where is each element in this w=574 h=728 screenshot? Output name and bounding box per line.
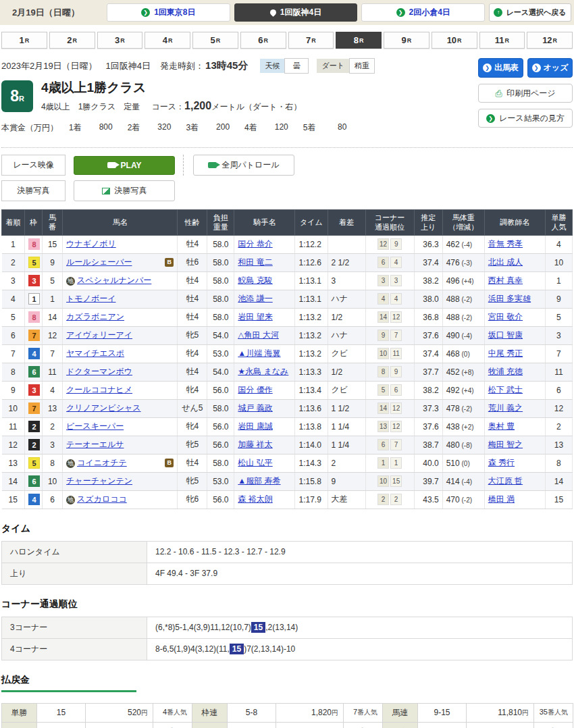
horse-number: 5: [43, 271, 63, 290]
trainer-name-link[interactable]: 宮田 敬介: [488, 312, 523, 321]
horse-name-link[interactable]: チャーチャンテン: [66, 476, 132, 486]
patrol-video-button[interactable]: 全周パトロール: [193, 155, 294, 176]
jockey-name-link[interactable]: 和田 竜二: [238, 257, 272, 267]
win-popularity: 3: [545, 326, 572, 344]
final-time-row: 上り 4F 49.4 - 3F 37.9: [2, 563, 573, 584]
trainer-name-link[interactable]: 奥村 豊: [488, 421, 515, 431]
race-tab-12r[interactable]: 12R: [527, 32, 573, 49]
race-tab-3r[interactable]: 3R: [97, 32, 143, 49]
sex-age: 牡4: [178, 290, 207, 308]
corner4-position: 1: [390, 457, 402, 469]
finish-time: 1:12.2: [295, 235, 328, 253]
jockey-name-link[interactable]: 池添 謙一: [238, 294, 272, 303]
race-date-meeting: 2023年2月19日（日曜） 1回阪神4日: [1, 60, 151, 72]
trainer-name-link[interactable]: 坂口 智康: [488, 330, 523, 340]
play-race-video-button[interactable]: PLAY: [74, 156, 175, 175]
jockey-name-link[interactable]: ★永島 まなみ: [238, 367, 288, 376]
prize-item: 2着320: [128, 122, 172, 134]
odds-button[interactable]: ❯ オッズ: [527, 58, 573, 78]
race-tab-number: 1: [20, 35, 24, 45]
horse-name-link[interactable]: ドクターマンボウ: [66, 367, 132, 376]
horse-name-link[interactable]: クールココナヒメ: [66, 385, 132, 394]
jockey-name-link[interactable]: 岩田 康誠: [238, 421, 272, 431]
margin: クビ: [328, 344, 365, 363]
horse-name-link[interactable]: スペシャルナンバー: [77, 276, 151, 285]
jockey-name-link[interactable]: 岩田 望来: [238, 312, 272, 321]
back-to-race-select-button[interactable]: ↑ レース選択へ戻る: [489, 3, 571, 22]
horse-name-link[interactable]: テーオーエルサ: [66, 440, 124, 449]
horse-name-link[interactable]: クリノアンビシャス: [66, 403, 141, 413]
trainer-name-link[interactable]: 音無 秀孝: [488, 239, 523, 249]
results-guide-button[interactable]: ❯ レース結果の見方: [478, 109, 573, 128]
trainer-cell: 坂口 智康: [484, 326, 545, 344]
meeting-tab[interactable]: ❯1回東京8日: [107, 3, 230, 22]
race-tab-7r[interactable]: 7R: [288, 32, 334, 49]
trainer-name-link[interactable]: 松下 武士: [488, 385, 523, 394]
meeting-tab[interactable]: 1回阪神4日: [234, 3, 358, 22]
race-tab-11r[interactable]: 11R: [479, 32, 525, 49]
corner-positions: 97: [365, 326, 414, 344]
jockey-name-link[interactable]: 加藤 祥太: [238, 440, 272, 449]
jockey-name-link[interactable]: 松山 弘平: [238, 458, 272, 467]
horse-name-link[interactable]: ヤマイチエスポ: [66, 348, 124, 358]
frame-cell: 8: [25, 235, 43, 253]
meeting-tab[interactable]: ❯2回小倉4日: [361, 3, 485, 22]
race-tab-suffix: R: [120, 37, 125, 44]
carried-weight: 58.0: [207, 399, 234, 417]
finish-photo-label: 決勝写真: [1, 180, 66, 201]
trainer-name-link[interactable]: 橋田 満: [488, 494, 515, 504]
trainer-name-link[interactable]: 大江原 哲: [488, 476, 523, 486]
horse-name-link[interactable]: ウナギノボリ: [66, 239, 116, 249]
print-page-button[interactable]: ⎙ 印刷用ページ: [478, 84, 573, 103]
trainer-name-link[interactable]: 牧浦 充徳: [488, 367, 523, 376]
horse-name-link[interactable]: ルールシェーバー: [66, 257, 132, 267]
jockey-name-link[interactable]: ▲川端 海翼: [238, 348, 280, 358]
jockey-name-link[interactable]: 鮫島 克駿: [238, 276, 272, 285]
back-to-race-select-label: レース選択へ戻る: [506, 7, 566, 18]
carried-weight: 56.0: [207, 436, 234, 454]
race-tab-10r[interactable]: 10R: [432, 32, 477, 49]
estimated-last3f: 38.2: [414, 381, 442, 399]
horse-name-link[interactable]: スズカロココ: [77, 494, 127, 504]
jockey-name-link[interactable]: 国分 優作: [238, 385, 272, 394]
race-tab-6r[interactable]: 6R: [240, 32, 286, 49]
race-tab-8r[interactable]: 8R: [336, 32, 382, 49]
horse-name-link[interactable]: カズラボニアン: [66, 312, 124, 321]
win-popularity: 9: [545, 290, 572, 308]
payout-row: 単勝15520円4番人気枠連5-81,820円7番人気馬連9-1511,810円…: [2, 703, 573, 722]
trainer-name-link[interactable]: 北出 成人: [488, 257, 523, 267]
trainer-name-link[interactable]: 梅田 智之: [488, 440, 523, 449]
trainer-name-link[interactable]: 西村 真幸: [488, 276, 523, 285]
horse-name-link[interactable]: トモノボーイ: [66, 294, 115, 303]
jockey-name-link[interactable]: 城戸 義政: [238, 403, 272, 413]
entry-table-button[interactable]: ❯ 出馬表: [478, 58, 523, 78]
jockey-name-link[interactable]: △角田 大河: [238, 330, 279, 340]
trainer-name-link[interactable]: 浜田 多実雄: [488, 294, 531, 303]
race-tab-1r[interactable]: 1R: [1, 32, 47, 49]
race-tab-suffix: R: [553, 37, 558, 44]
trainer-name-link[interactable]: 荒川 義之: [488, 403, 523, 413]
jockey-name-link[interactable]: 国分 恭介: [238, 239, 272, 249]
horse-name-link[interactable]: コイニオチテ: [77, 458, 127, 467]
frame-cell: 8: [25, 308, 43, 326]
race-tab-number: 8: [354, 35, 359, 45]
track-type-label: ダート: [317, 59, 349, 73]
race-tab-9r[interactable]: 9R: [384, 32, 429, 49]
jockey-name-link[interactable]: ▲服部 寿希: [238, 476, 280, 486]
trainer-name-link[interactable]: 中尾 秀正: [488, 348, 523, 358]
finish-position: 12: [2, 436, 25, 454]
race-tab-4r[interactable]: 4R: [145, 32, 190, 49]
jockey-name-link[interactable]: 森 裕太朗: [238, 494, 272, 504]
horse-weight: 480 (-8): [442, 436, 484, 454]
corner4-value: 8-6,5(1,9)4(3,12)(11,15)7(2,13,14)-10: [147, 638, 573, 660]
frame-cell: 4: [25, 344, 43, 363]
race-tab-5r[interactable]: 5R: [192, 32, 238, 49]
corner3-position: 5: [377, 384, 389, 396]
payout-section-heading: 払戻金: [1, 674, 573, 686]
corner4-position: 9: [390, 366, 402, 378]
race-tab-2r[interactable]: 2R: [49, 32, 95, 49]
horse-name-link[interactable]: ピースキーパー: [66, 421, 124, 431]
trainer-name-link[interactable]: 森 秀行: [488, 458, 515, 467]
horse-name-link[interactable]: アイヴォリーアイ: [66, 330, 132, 340]
finish-photo-button[interactable]: 決勝写真: [74, 180, 175, 201]
